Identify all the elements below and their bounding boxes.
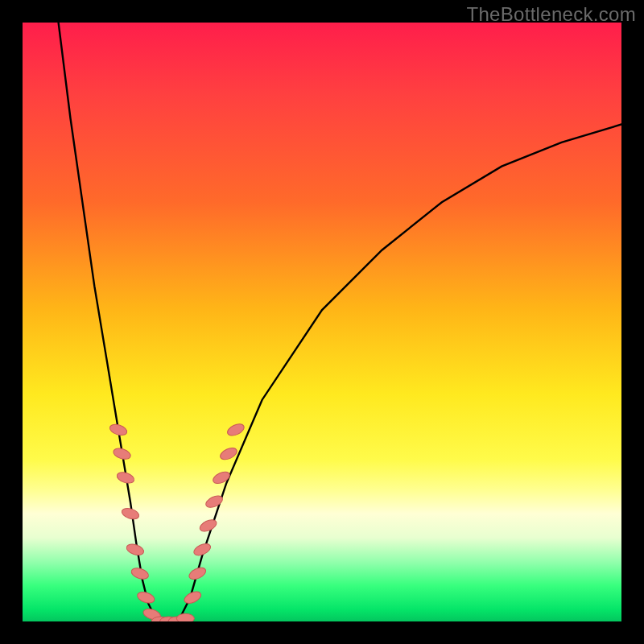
data-marker (176, 613, 194, 621)
data-marker (225, 422, 246, 438)
data-marker (121, 506, 141, 521)
data-marker (212, 469, 232, 485)
data-marker (126, 543, 146, 557)
data-marker (130, 566, 151, 580)
watermark: TheBottleneck.com (466, 3, 636, 26)
chart-frame: TheBottleneck.com (0, 0, 644, 644)
marker-layer (109, 422, 246, 621)
plot-area (23, 23, 621, 621)
data-marker (188, 565, 208, 581)
curve-layer (59, 23, 621, 621)
data-marker (198, 518, 218, 534)
chart-svg (23, 23, 621, 621)
data-marker (109, 423, 129, 437)
bottleneck-curve (59, 23, 621, 621)
data-marker (136, 590, 156, 605)
data-marker (112, 447, 132, 461)
data-marker (116, 470, 136, 485)
